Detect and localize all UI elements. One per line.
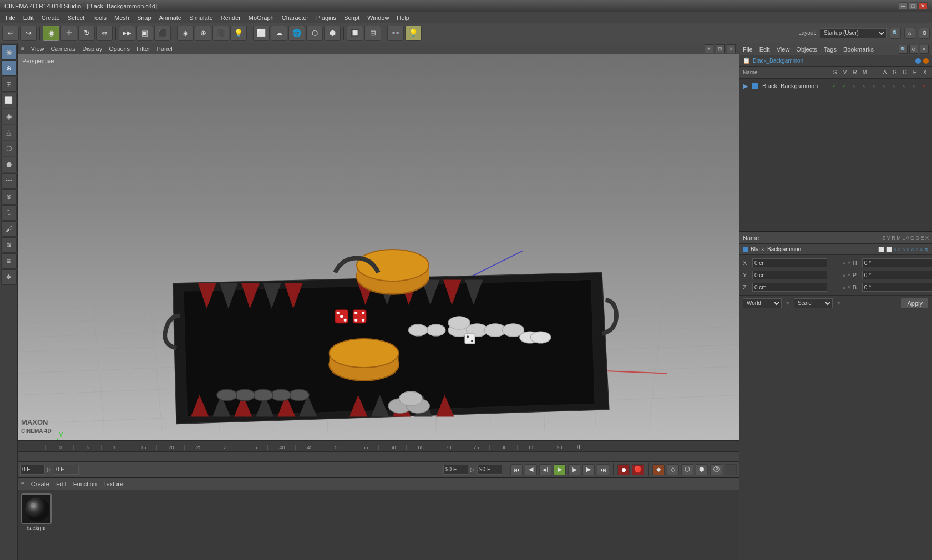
- null-button[interactable]: ⊕: [195, 26, 211, 41]
- prev-frame-button[interactable]: ◀: [525, 464, 537, 475]
- move-button[interactable]: ✛: [60, 26, 77, 41]
- live-select-button[interactable]: ◉: [43, 26, 59, 41]
- tool-move[interactable]: ⊕: [1, 60, 17, 76]
- obj-menu-edit[interactable]: Edit: [759, 46, 770, 53]
- p-rotation-input[interactable]: [862, 271, 932, 279]
- menu-edit[interactable]: Edit: [20, 13, 37, 22]
- bg-button[interactable]: ⬢: [324, 26, 341, 41]
- mat-menu-function[interactable]: Function: [73, 481, 97, 487]
- vp-menu-cameras[interactable]: Cameras: [51, 45, 76, 52]
- material-thumbnail[interactable]: [21, 493, 52, 524]
- vp-close-icon[interactable]: ✕: [727, 44, 736, 53]
- apply-button[interactable]: Apply: [901, 298, 929, 309]
- table-row[interactable]: ▶ Black_Backgammon ✓ ✓ ○ ○ ○ ○ ○ ○ ○ ✕: [741, 80, 930, 91]
- obj-menu-bookmarks[interactable]: Bookmarks: [843, 46, 874, 53]
- tool-cone[interactable]: △: [1, 125, 17, 140]
- rotate-button[interactable]: ↻: [78, 26, 95, 41]
- tool-cube[interactable]: ⬜: [1, 93, 17, 108]
- stereo-button[interactable]: 👓: [387, 26, 404, 41]
- x-position-input[interactable]: [752, 258, 827, 267]
- tool-sculpt[interactable]: ≋: [1, 237, 17, 253]
- tool-spline[interactable]: 〜: [1, 173, 17, 189]
- 3d-viewport[interactable]: X Y Z Perspective MAXON CINEMA 4D: [18, 54, 739, 440]
- obj-search-icon[interactable]: 🔍: [899, 45, 908, 54]
- obj-menu-tags[interactable]: Tags: [824, 46, 837, 53]
- menu-simulate[interactable]: Simulate: [186, 13, 216, 22]
- menu-mograph[interactable]: MoGraph: [245, 13, 277, 22]
- keyframe-btn3[interactable]: ⬡: [681, 464, 693, 475]
- light-button[interactable]: 💡: [230, 26, 247, 41]
- scale-button[interactable]: ⇔: [96, 26, 113, 41]
- obj-status-x[interactable]: ✕: [920, 83, 928, 89]
- undo-button[interactable]: ↩: [2, 26, 19, 41]
- redo-button[interactable]: ↪: [20, 26, 37, 41]
- tool-paint[interactable]: 🖌: [1, 221, 17, 237]
- tool-skin[interactable]: ❖: [1, 269, 17, 285]
- menu-script[interactable]: Script: [341, 13, 363, 22]
- tool-grid[interactable]: ⊞: [1, 77, 17, 92]
- obj-menu-view[interactable]: View: [777, 46, 790, 53]
- render-button[interactable]: ▶▶: [119, 26, 135, 41]
- render-settings-button[interactable]: ⬛: [154, 26, 171, 41]
- mat-menu-edit[interactable]: Edit: [56, 481, 67, 487]
- play-button[interactable]: ▶: [554, 464, 566, 475]
- z-position-input[interactable]: [752, 283, 827, 292]
- vp-menu-panel[interactable]: Panel: [157, 45, 173, 52]
- y-pos-arrow[interactable]: ▲▼: [842, 272, 852, 278]
- obj-status-r[interactable]: ○: [850, 83, 858, 89]
- obj-menu-objects[interactable]: Objects: [796, 46, 817, 53]
- tool-select[interactable]: ◉: [1, 44, 17, 60]
- vp-menu-options[interactable]: Options: [109, 45, 130, 52]
- menu-character[interactable]: Character: [278, 13, 312, 22]
- auto-key-button[interactable]: 🔴: [632, 464, 644, 475]
- vp-lock-icon[interactable]: +: [705, 44, 713, 53]
- layout-search[interactable]: 🔍: [890, 28, 901, 39]
- obj-settings-icon[interactable]: ⚙: [909, 45, 918, 54]
- env-button[interactable]: 🌐: [288, 26, 305, 41]
- layout-home[interactable]: ⌂: [904, 28, 915, 39]
- current-frame-input[interactable]: [20, 465, 45, 475]
- menu-tools[interactable]: Tools: [89, 13, 110, 22]
- tool-deform[interactable]: ⤵: [1, 205, 17, 221]
- next-key-button[interactable]: |▶: [568, 464, 580, 475]
- fg-button[interactable]: ⬡: [306, 26, 323, 41]
- sky-button[interactable]: ☁: [271, 26, 287, 41]
- coords-menu-name[interactable]: Name: [743, 235, 759, 241]
- obj-status-d[interactable]: ○: [900, 83, 908, 89]
- keyframe-btn1[interactable]: ◆: [652, 464, 665, 475]
- keyframe-btn2[interactable]: ◇: [667, 464, 679, 475]
- obj-status-m[interactable]: ○: [860, 83, 868, 89]
- vp-menu-view[interactable]: View: [31, 45, 44, 52]
- h-rotation-input[interactable]: [862, 258, 932, 267]
- vp-expand-icon[interactable]: ⊞: [716, 44, 725, 53]
- obj-status-v[interactable]: ✓: [840, 83, 848, 89]
- layout-settings[interactable]: ⚙: [919, 28, 930, 39]
- tool-polygon[interactable]: ⬟: [1, 157, 17, 172]
- z-pos-arrow[interactable]: ▲▼: [842, 284, 852, 290]
- y-position-input[interactable]: [752, 271, 827, 279]
- obj-status-e[interactable]: ○: [910, 83, 918, 89]
- x-pos-arrow[interactable]: ▲▼: [842, 260, 852, 266]
- mat-menu-create[interactable]: Create: [31, 481, 49, 487]
- coord-system-selector[interactable]: World Object: [743, 298, 782, 308]
- menu-mesh[interactable]: Mesh: [111, 13, 133, 22]
- vp-menu-display[interactable]: Display: [82, 45, 102, 52]
- menu-snap[interactable]: Snap: [134, 13, 155, 22]
- obj-menu-file[interactable]: File: [743, 46, 753, 53]
- goto-start-button[interactable]: ⏮: [510, 464, 523, 475]
- menu-plugins[interactable]: Plugins: [313, 13, 340, 22]
- prev-key-button[interactable]: ◀|: [539, 464, 551, 475]
- fps-input[interactable]: [477, 465, 502, 475]
- goto-end-button[interactable]: ⏭: [597, 464, 609, 475]
- obj-status-a[interactable]: ○: [880, 83, 888, 89]
- current-frame-display[interactable]: [54, 465, 79, 475]
- floor-button[interactable]: ⬜: [253, 26, 270, 41]
- mat-menu-texture[interactable]: Texture: [103, 481, 123, 487]
- snap2-button[interactable]: ⊞: [364, 26, 381, 41]
- menu-create[interactable]: Create: [38, 13, 63, 22]
- menu-help[interactable]: Help: [393, 13, 413, 22]
- menu-render[interactable]: Render: [217, 13, 244, 22]
- obj-close-icon[interactable]: ✕: [920, 45, 929, 54]
- minimize-button[interactable]: ─: [899, 2, 908, 10]
- layout-selector[interactable]: Startup (User): [820, 28, 887, 38]
